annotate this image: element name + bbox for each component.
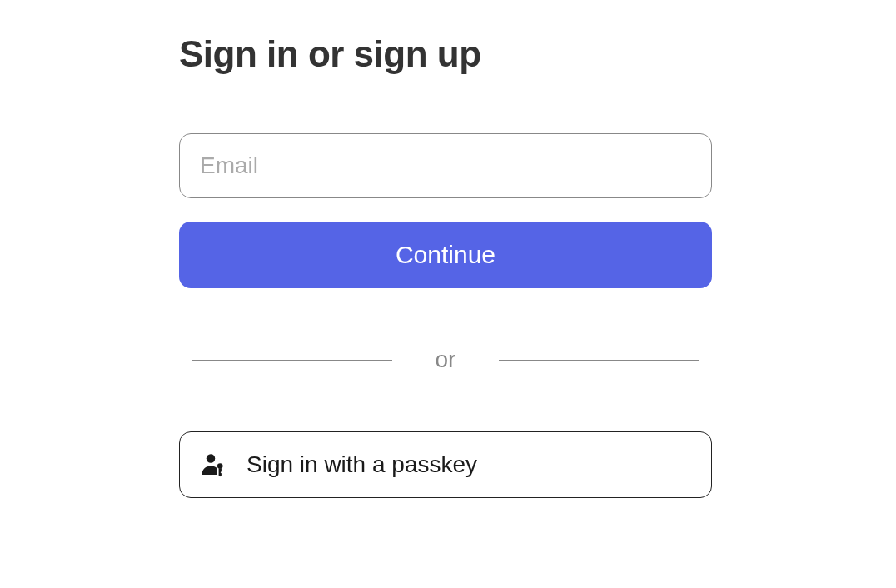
passkey-icon (198, 450, 228, 480)
email-field[interactable] (179, 133, 712, 198)
divider-line (192, 360, 392, 361)
svg-point-0 (207, 454, 216, 463)
passkey-button[interactable]: Sign in with a passkey (179, 431, 712, 498)
divider-text: or (436, 346, 456, 373)
auth-form: Sign in or sign up Continue or Sign in w… (179, 33, 712, 498)
continue-button[interactable]: Continue (179, 222, 712, 288)
divider-line (499, 360, 699, 361)
passkey-button-label: Sign in with a passkey (246, 451, 477, 478)
divider: or (179, 346, 712, 373)
page-title: Sign in or sign up (179, 33, 712, 75)
svg-point-1 (217, 463, 223, 469)
